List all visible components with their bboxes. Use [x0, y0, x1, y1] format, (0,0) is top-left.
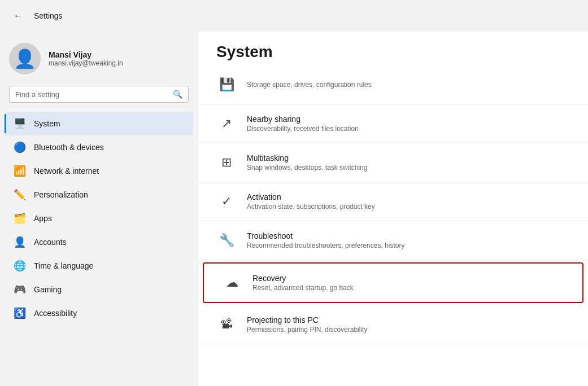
sidebar-item-bluetooth[interactable]: 🔵Bluetooth & devices: [5, 135, 193, 159]
multitasking-title: Multitasking: [247, 153, 367, 163]
personalization-icon: ✏️: [14, 188, 26, 201]
back-icon: ←: [14, 11, 23, 21]
activation-desc: Activation state, subscriptions, product…: [247, 203, 375, 210]
recovery-title: Recovery: [252, 274, 354, 283]
sidebar-item-label-gaming: Gaming: [34, 285, 62, 294]
settings-item-activation[interactable]: ✓ActivationActivation state, subscriptio…: [198, 182, 588, 221]
main-layout: 👤 Mansi Vijay mansi.vijay@tweaking.in 🔍 …: [0, 32, 588, 386]
troubleshoot-desc: Recommended troubleshooters, preferences…: [247, 242, 404, 249]
activation-icon: ✓: [216, 191, 237, 212]
storage-icon: 💾: [216, 74, 237, 95]
multitasking-text: MultitaskingSnap windows, desktops, task…: [247, 153, 367, 172]
network-icon: 📶: [14, 165, 26, 177]
nearby-sharing-icon: ↗: [216, 113, 237, 134]
sidebar-item-accessibility[interactable]: ♿Accessibility: [5, 301, 193, 325]
recovery-text: RecoveryReset, advanced startup, go back: [252, 274, 354, 292]
activation-text: ActivationActivation state, subscription…: [247, 192, 375, 210]
sidebar-item-personalization[interactable]: ✏️Personalization: [5, 183, 193, 207]
troubleshoot-text: TroubleshootRecommended troubleshooters,…: [247, 231, 404, 249]
settings-item-nearby-sharing[interactable]: ↗Nearby sharingDiscoverability, received…: [198, 104, 588, 143]
settings-item-projecting[interactable]: 📽Projecting to this PCPermissions, pairi…: [198, 305, 588, 344]
nearby-sharing-desc: Discoverability, received files location: [247, 125, 359, 133]
sidebar-item-label-personalization: Personalization: [34, 190, 88, 199]
user-profile[interactable]: 👤 Mansi Vijay mansi.vijay@tweaking.in: [0, 36, 198, 86]
multitasking-desc: Snap windows, desktops, task switching: [247, 164, 367, 172]
sidebar-item-apps[interactable]: 🗂️Apps: [5, 207, 193, 230]
sidebar-item-system[interactable]: 🖥️System: [5, 112, 193, 135]
troubleshoot-title: Troubleshoot: [247, 231, 404, 240]
nearby-sharing-title: Nearby sharing: [247, 115, 359, 124]
projecting-icon: 📽: [216, 314, 237, 335]
sidebar-item-label-bluetooth: Bluetooth & devices: [34, 143, 104, 152]
activation-title: Activation: [247, 192, 375, 201]
sidebar-item-label-time: Time & language: [34, 261, 93, 270]
search-container: 🔍: [0, 86, 198, 112]
sidebar-item-label-apps: Apps: [34, 214, 52, 223]
search-box[interactable]: 🔍: [9, 86, 189, 103]
nav-list: 🖥️System🔵Bluetooth & devices📶Network & i…: [0, 112, 198, 325]
sidebar-item-label-accessibility: Accessibility: [34, 309, 77, 318]
sidebar-item-accounts[interactable]: 👤Accounts: [5, 230, 193, 254]
user-email: mansi.vijay@tweaking.in: [49, 59, 123, 67]
settings-item-troubleshoot[interactable]: 🔧TroubleshootRecommended troubleshooters…: [198, 221, 588, 260]
header-title: Settings: [34, 11, 63, 20]
sidebar-item-network[interactable]: 📶Network & internet: [5, 159, 193, 183]
settings-item-multitasking[interactable]: ⊞MultitaskingSnap windows, desktops, tas…: [198, 143, 588, 182]
accessibility-icon: ♿: [14, 307, 26, 319]
avatar-icon: 👤: [14, 48, 36, 69]
sidebar-item-label-network: Network & internet: [34, 166, 99, 176]
projecting-text: Projecting to this PCPermissions, pairin…: [247, 315, 367, 334]
troubleshoot-icon: 🔧: [216, 230, 237, 251]
partial-storage-item[interactable]: 💾 Storage space, drives, configuration r…: [198, 70, 588, 104]
gaming-icon: 🎮: [14, 283, 26, 296]
sidebar-item-label-system: System: [34, 119, 60, 128]
user-info: Mansi Vijay mansi.vijay@tweaking.in: [49, 50, 123, 67]
settings-list: ↗Nearby sharingDiscoverability, received…: [198, 104, 588, 344]
system-icon: 🖥️: [14, 117, 26, 130]
content-title: System: [198, 32, 588, 70]
multitasking-icon: ⊞: [216, 152, 237, 173]
recovery-icon: ☁: [222, 273, 242, 293]
partial-storage-desc: Storage space, drives, configuration rul…: [247, 81, 372, 89]
nearby-sharing-text: Nearby sharingDiscoverability, received …: [247, 115, 359, 133]
partial-storage-text: Storage space, drives, configuration rul…: [247, 81, 372, 89]
bluetooth-icon: 🔵: [14, 141, 26, 153]
time-icon: 🌐: [14, 260, 26, 272]
sidebar-item-time[interactable]: 🌐Time & language: [5, 254, 193, 278]
content-area: System 💾 Storage space, drives, configur…: [198, 32, 588, 386]
header: ← Settings: [0, 0, 588, 32]
projecting-desc: Permissions, pairing PIN, discoverabilit…: [247, 326, 367, 334]
user-name: Mansi Vijay: [49, 50, 123, 59]
avatar: 👤: [9, 43, 41, 74]
sidebar: 👤 Mansi Vijay mansi.vijay@tweaking.in 🔍 …: [0, 32, 198, 386]
settings-item-recovery[interactable]: ☁RecoveryReset, advanced startup, go bac…: [204, 264, 582, 302]
accounts-icon: 👤: [14, 236, 26, 248]
sidebar-item-label-accounts: Accounts: [34, 238, 67, 247]
search-input[interactable]: [15, 90, 168, 99]
back-button[interactable]: ←: [9, 7, 27, 25]
projecting-title: Projecting to this PC: [247, 315, 367, 324]
search-icon: 🔍: [173, 90, 182, 99]
recovery-desc: Reset, advanced startup, go back: [252, 284, 354, 292]
sidebar-item-gaming[interactable]: 🎮Gaming: [5, 278, 193, 301]
apps-icon: 🗂️: [14, 212, 26, 225]
